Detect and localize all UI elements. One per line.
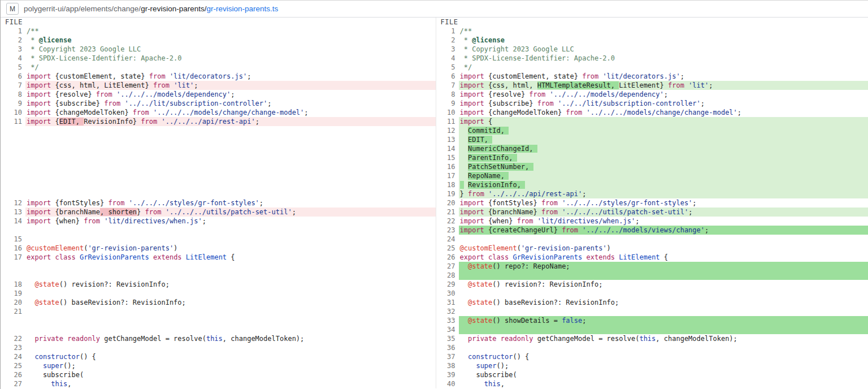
code-line[interactable]: import {resolve} from '../../../models/d… xyxy=(25,90,436,99)
code-line[interactable] xyxy=(25,307,436,316)
line-number[interactable]: 11 xyxy=(1,117,25,126)
code-line[interactable]: export class GrRevisionParents extends L… xyxy=(25,253,436,262)
line-number[interactable]: 27 xyxy=(1,379,25,388)
code-line[interactable]: @state() baseRevision?: RevisionInfo; xyxy=(25,298,436,307)
line-number[interactable]: 14 xyxy=(1,217,25,226)
line-number[interactable]: 1 xyxy=(1,27,25,36)
code-line[interactable]: } from '../../../api/rest-api'; xyxy=(459,189,868,198)
code-line[interactable]: import {changeModelToken} from '../../..… xyxy=(25,108,436,117)
code-line[interactable]: import {when} from 'lit/directives/when.… xyxy=(459,217,868,226)
code-line[interactable] xyxy=(459,325,868,334)
line-number[interactable]: 26 xyxy=(1,370,25,379)
line-number[interactable]: 24 xyxy=(1,352,25,361)
code-line[interactable]: import {resolve} from '../../../models/d… xyxy=(459,90,868,99)
line-number[interactable]: 31 xyxy=(436,298,459,307)
line-number[interactable]: 18 xyxy=(436,180,459,189)
line-number[interactable]: 4 xyxy=(1,54,25,63)
line-number[interactable]: 19 xyxy=(1,289,25,298)
code-line[interactable]: import {when} from 'lit/directives/when.… xyxy=(25,217,436,226)
code-line[interactable]: @customElement('gr-revision-parents') xyxy=(25,244,436,253)
code-line[interactable]: PatchSetNumber, xyxy=(459,162,868,171)
code-line[interactable]: this, xyxy=(459,379,868,388)
line-number[interactable]: 16 xyxy=(1,244,25,253)
line-number[interactable]: 33 xyxy=(436,316,459,325)
code-line[interactable]: import {fontStyles} from '../../../style… xyxy=(459,198,868,208)
line-number[interactable]: 9 xyxy=(436,99,459,108)
code-line[interactable]: @state() revision?: RevisionInfo; xyxy=(459,280,868,289)
code-line[interactable]: RepoName, xyxy=(459,171,868,180)
line-number[interactable]: 15 xyxy=(436,153,459,162)
line-number[interactable]: 2 xyxy=(1,36,25,45)
code-line[interactable] xyxy=(459,307,868,316)
line-number[interactable]: 19 xyxy=(436,189,459,198)
line-number[interactable]: 15 xyxy=(1,235,25,244)
code-line[interactable]: * SPDX-License-Identifier: Apache-2.0 xyxy=(459,54,868,63)
code-line[interactable]: @state() repo?: RepoName; xyxy=(459,262,868,271)
code-line[interactable]: import {createChangeUrl} from '../../../… xyxy=(459,226,868,235)
line-number[interactable]: 20 xyxy=(1,298,25,307)
line-number[interactable]: 8 xyxy=(436,90,459,99)
code-line[interactable]: */ xyxy=(459,63,868,72)
code-line[interactable] xyxy=(459,289,868,298)
line-number[interactable]: 3 xyxy=(1,45,25,54)
line-number[interactable]: 20 xyxy=(436,198,459,208)
code-line[interactable]: * @license xyxy=(459,36,868,45)
code-line[interactable]: * Copyright 2023 Google LLC xyxy=(459,45,868,54)
line-number[interactable]: 16 xyxy=(436,162,459,171)
line-number[interactable]: 5 xyxy=(1,63,25,72)
line-number[interactable]: 10 xyxy=(1,108,25,117)
code-line[interactable] xyxy=(25,289,436,298)
line-number[interactable]: 29 xyxy=(436,280,459,289)
code-line[interactable] xyxy=(25,235,436,244)
line-number[interactable]: 18 xyxy=(1,280,25,289)
code-line[interactable]: export class GrRevisionParents extends L… xyxy=(459,253,868,262)
line-number[interactable]: 34 xyxy=(436,325,459,334)
code-line[interactable]: @state() baseRevision?: RevisionInfo; xyxy=(459,298,868,307)
code-line[interactable]: constructor() { xyxy=(25,352,436,361)
code-line[interactable]: import { xyxy=(459,117,868,126)
line-number[interactable]: 35 xyxy=(436,334,459,343)
code-line[interactable]: import {subscribe} from '../../lit/subsc… xyxy=(459,99,868,108)
line-number[interactable]: 6 xyxy=(1,72,25,81)
line-number[interactable]: 12 xyxy=(1,198,25,208)
line-number[interactable]: 13 xyxy=(1,208,25,217)
line-number[interactable]: 25 xyxy=(1,361,25,370)
code-line[interactable]: import {changeModelToken} from '../../..… xyxy=(459,108,868,117)
code-line[interactable]: /** xyxy=(459,27,868,36)
code-line[interactable]: NumericChangeId, xyxy=(459,144,868,153)
code-line[interactable]: private readonly getChangeModel = resolv… xyxy=(459,334,868,343)
code-line[interactable]: subscribe( xyxy=(459,370,868,379)
file-name-link[interactable]: gr-revision-parents.ts xyxy=(206,5,278,13)
line-number[interactable]: 23 xyxy=(1,343,25,352)
line-number[interactable]: 30 xyxy=(436,289,459,298)
code-line[interactable]: this, xyxy=(25,379,436,388)
line-number[interactable]: 25 xyxy=(436,244,459,253)
line-number[interactable]: 32 xyxy=(436,307,459,316)
code-line[interactable]: CommitId, xyxy=(459,126,868,135)
line-number[interactable]: 36 xyxy=(436,343,459,352)
line-number[interactable]: 2 xyxy=(436,36,459,45)
line-number[interactable]: 14 xyxy=(436,144,459,153)
line-number[interactable]: 39 xyxy=(436,370,459,379)
code-line[interactable]: @state() revision?: RevisionInfo; xyxy=(25,280,436,289)
code-line[interactable]: super(); xyxy=(25,361,436,370)
line-number[interactable]: 27 xyxy=(436,262,459,271)
line-number[interactable]: 38 xyxy=(436,361,459,370)
line-number[interactable]: 17 xyxy=(1,253,25,262)
line-number[interactable]: 22 xyxy=(1,334,25,343)
line-number[interactable]: 9 xyxy=(1,99,25,108)
code-line[interactable]: constructor() { xyxy=(459,352,868,361)
code-line[interactable]: * @license xyxy=(25,36,436,45)
code-line[interactable] xyxy=(459,235,868,244)
code-line[interactable]: ParentInfo, xyxy=(459,153,868,162)
line-number[interactable]: 40 xyxy=(436,379,459,388)
line-number[interactable]: 21 xyxy=(436,208,459,217)
code-line[interactable] xyxy=(459,343,868,352)
line-number[interactable]: 7 xyxy=(436,81,459,90)
code-line[interactable]: import {fontStyles} from '../../../style… xyxy=(25,198,436,208)
code-line[interactable]: import {css, html, HTMLTemplateResult, L… xyxy=(459,81,868,90)
code-line[interactable]: EDIT, xyxy=(459,135,868,144)
line-number[interactable]: 17 xyxy=(436,171,459,180)
code-line[interactable]: subscribe( xyxy=(25,370,436,379)
line-number[interactable]: 4 xyxy=(436,54,459,63)
